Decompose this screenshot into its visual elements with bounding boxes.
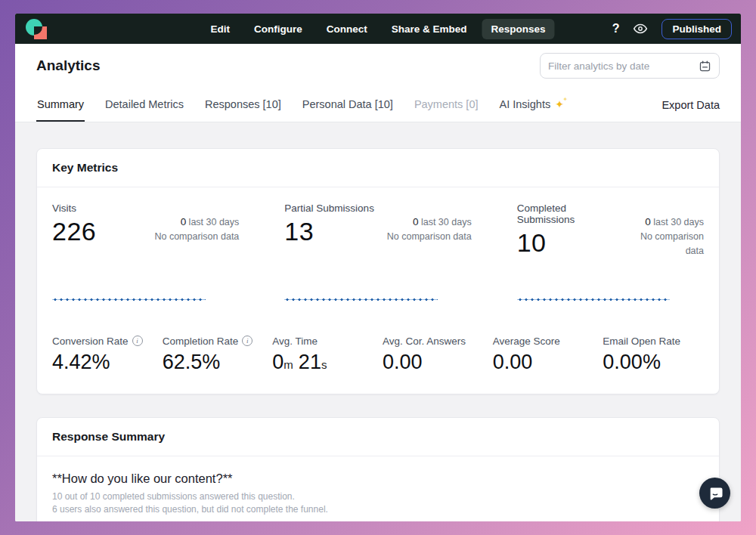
metric-avg-time: Avg. Time 0m21s xyxy=(272,336,373,374)
completed-submissions-sparkline xyxy=(517,298,671,302)
date-filter-input-wrap xyxy=(540,53,720,79)
secondary-metrics-row: Conversion Ratei 4.42% Completion Ratei … xyxy=(52,336,704,379)
navbar-menu: Edit Configure Connect Share & Embed Res… xyxy=(201,19,554,39)
response-summary-card: Response Summary **How do you like our c… xyxy=(36,417,720,521)
sparkle-icon: ✦✦ xyxy=(555,98,564,110)
question-stats-line2: 6 users also answered this question, but… xyxy=(52,503,704,516)
metric-visits: Visits 226 0 last 30 days No comparison … xyxy=(52,203,239,258)
tab-responses[interactable]: Responses [10] xyxy=(204,88,282,122)
metric-value: 13 xyxy=(284,217,374,246)
nav-item-share-embed[interactable]: Share & Embed xyxy=(383,19,476,39)
metric-delta: 0 last 30 days No comparison data xyxy=(387,203,472,258)
main-content: Key Metrics Visits 226 0 last 30 days No… xyxy=(15,122,741,521)
metric-partial-submissions: Partial Submissions 13 0 last 30 days No… xyxy=(284,203,471,258)
partial-submissions-sparkline xyxy=(284,298,438,302)
metric-delta: 0 last 30 days No comparison data xyxy=(623,203,704,258)
metric-completed-submissions: Completed Submissions 10 0 last 30 days … xyxy=(517,203,704,258)
metric-value: 0.00 xyxy=(383,351,484,374)
top-navbar: Edit Configure Connect Share & Embed Res… xyxy=(15,14,741,44)
primary-metrics-row: Visits 226 0 last 30 days No comparison … xyxy=(52,203,704,258)
tab-summary[interactable]: Summary xyxy=(36,88,85,122)
nav-item-responses[interactable]: Responses xyxy=(482,19,555,39)
nav-item-connect[interactable]: Connect xyxy=(318,19,376,39)
help-icon[interactable]: ? xyxy=(612,22,620,36)
metric-value: 4.42% xyxy=(52,351,153,374)
metric-value: 10 xyxy=(517,228,623,258)
metric-value: 62.5% xyxy=(163,351,264,374)
page-header: Analytics xyxy=(15,44,741,88)
calendar-icon[interactable] xyxy=(699,60,711,73)
info-icon[interactable]: i xyxy=(132,336,143,346)
brand-logo-icon[interactable] xyxy=(24,17,50,40)
date-filter-input[interactable] xyxy=(548,60,699,72)
chat-bubble-icon xyxy=(707,485,723,502)
nav-item-edit[interactable]: Edit xyxy=(201,19,239,39)
question-stats-line1: 10 out of 10 completed submissions answe… xyxy=(52,490,704,503)
metric-completion-rate: Completion Ratei 62.5% xyxy=(163,336,264,374)
nav-item-configure[interactable]: Configure xyxy=(245,19,311,39)
key-metrics-title: Key Metrics xyxy=(52,161,704,175)
tab-payments[interactable]: Payments [0] xyxy=(414,88,479,122)
tab-detailed-metrics[interactable]: Detailed Metrics xyxy=(104,88,184,122)
question-title: **How do you like our content?** xyxy=(52,472,704,486)
published-button[interactable]: Published xyxy=(662,19,732,39)
visits-sparkline xyxy=(52,298,206,302)
metric-email-open-rate: Email Open Rate 0.00% xyxy=(603,336,704,374)
app-window: Edit Configure Connect Share & Embed Res… xyxy=(15,14,741,521)
navbar-right-controls: ? Published xyxy=(612,19,732,39)
metric-label: Partial Submissions xyxy=(284,203,374,214)
metric-value: 0.00 xyxy=(493,351,594,374)
chat-widget-button[interactable] xyxy=(699,478,730,509)
metric-conversion-rate: Conversion Ratei 4.42% xyxy=(52,336,153,374)
info-icon[interactable]: i xyxy=(242,336,253,346)
metric-label: Completed Submissions xyxy=(517,203,623,225)
key-metrics-card: Key Metrics Visits 226 0 last 30 days No… xyxy=(36,148,720,394)
metric-value: 0.00% xyxy=(603,351,704,374)
metric-label: Visits xyxy=(52,203,96,214)
metric-avg-cor-answers: Avg. Cor. Answers 0.00 xyxy=(383,336,484,374)
preview-eye-icon[interactable] xyxy=(633,21,648,36)
metric-average-score: Average Score 0.00 xyxy=(493,336,594,374)
response-summary-title: Response Summary xyxy=(52,430,704,444)
tab-personal-data[interactable]: Personal Data [10] xyxy=(302,88,394,122)
tab-ai-insights[interactable]: AI Insights ✦✦ xyxy=(499,88,565,122)
sparklines-row xyxy=(52,298,704,302)
analytics-tabs: Summary Detailed Metrics Responses [10] … xyxy=(15,88,741,122)
export-data-button[interactable]: Export Data xyxy=(662,88,720,122)
metric-delta: 0 last 30 days No comparison data xyxy=(154,203,239,258)
page-title: Analytics xyxy=(36,57,100,74)
metric-value: 226 xyxy=(52,217,96,246)
metric-value: 0m21s xyxy=(272,351,373,374)
